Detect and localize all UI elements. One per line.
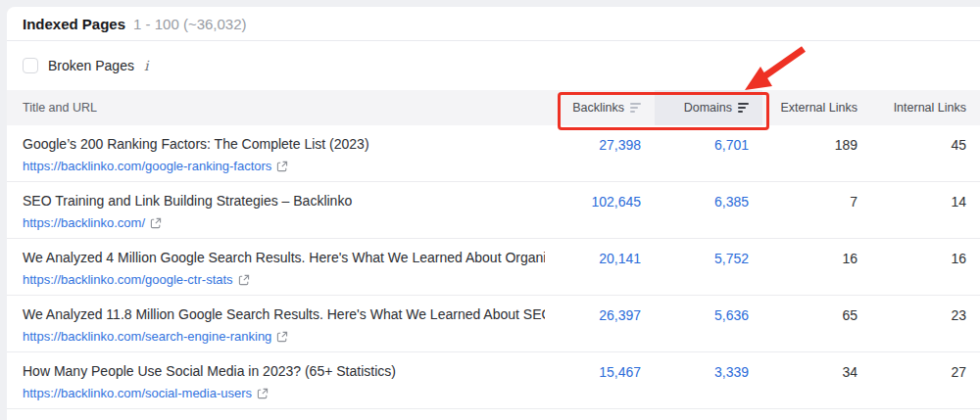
internal-links-value: 27 (871, 352, 980, 408)
table-row: We Analyzed 4 Million Google Search Resu… (7, 239, 980, 296)
broken-pages-label: Broken Pages (48, 58, 134, 73)
column-header-domains-label: Domains (684, 101, 732, 115)
table-row: Google’s 200 Ranking Factors: The Comple… (7, 125, 980, 182)
domains-value[interactable]: 6,385 (655, 182, 762, 238)
external-link-icon[interactable] (276, 331, 288, 343)
filter-controls: Broken Pages i (7, 41, 980, 90)
info-icon[interactable]: i (144, 58, 148, 73)
page-url-link[interactable]: https://backlinko.com/google-ranking-fac… (23, 159, 271, 173)
page-url-link[interactable]: https://backlinko.com/social-media-users (23, 386, 252, 400)
title-url-cell: Google’s 200 Ranking Factors: The Comple… (7, 125, 545, 181)
internal-links-value: 23 (871, 296, 980, 351)
external-link-icon[interactable] (276, 161, 288, 172)
page-url-link[interactable]: https://backlinko.com/ (23, 215, 145, 230)
page-row-title: Google’s 200 Ranking Factors: The Comple… (23, 136, 535, 152)
table-row: How Many People Use Social Media in 2023… (7, 352, 980, 409)
column-header-backlinks-label: Backlinks (572, 101, 624, 115)
backlinks-value[interactable]: 15,467 (545, 352, 655, 408)
domains-value[interactable]: 3,339 (655, 352, 762, 408)
column-header-internal-links[interactable]: Internal Links (871, 90, 980, 125)
page-title: Indexed Pages (23, 16, 125, 32)
title-url-cell: SEO Training and Link Building Strategie… (7, 182, 545, 238)
external-link-icon[interactable] (150, 217, 162, 229)
panel-title-bar: Indexed Pages 1 - 100 (~36,032) (7, 7, 980, 41)
page-url-link[interactable]: https://backlinko.com/google-ctr-stats (23, 272, 233, 287)
backlinks-value[interactable]: 20,141 (545, 239, 655, 295)
backlinks-value[interactable]: 102,645 (545, 182, 655, 238)
result-range: 1 - 100 (~36,032) (133, 16, 247, 32)
internal-links-value: 16 (871, 239, 980, 295)
table-row: We Analyzed 11.8 Million Google Search R… (7, 296, 980, 352)
external-links-value: 65 (762, 296, 871, 351)
external-link-icon[interactable] (238, 274, 250, 286)
backlinks-value[interactable]: 27,398 (545, 125, 655, 181)
external-link-icon[interactable] (257, 388, 269, 399)
sort-icon (630, 103, 641, 113)
page-url-link[interactable]: https://backlinko.com/search-engine-rank… (23, 329, 271, 344)
indexed-pages-panel: Indexed Pages 1 - 100 (~36,032) Broken P… (7, 7, 980, 420)
backlinks-value[interactable]: 26,397 (545, 296, 655, 351)
title-url-cell: We Analyzed 4 Million Google Search Resu… (7, 239, 545, 295)
external-links-value: 34 (762, 352, 871, 408)
external-links-value: 189 (762, 125, 871, 181)
title-url-cell: We Analyzed 11.8 Million Google Search R… (7, 296, 545, 351)
sort-active-icon (738, 103, 749, 113)
external-links-value: 16 (762, 239, 871, 295)
column-header-external-links[interactable]: External Links (762, 90, 871, 125)
internal-links-value: 14 (871, 182, 980, 238)
internal-links-value: 45 (871, 125, 980, 181)
domains-value[interactable]: 5,636 (655, 296, 762, 351)
title-url-cell: How Many People Use Social Media in 2023… (7, 352, 545, 408)
page-row-title: We Analyzed 11.8 Million Google Search R… (23, 306, 535, 322)
table-header-row: Title and URL Backlinks Domains External… (7, 90, 980, 125)
column-header-domains[interactable]: Domains (655, 90, 762, 125)
broken-pages-checkbox[interactable] (23, 58, 38, 73)
page-row-title: SEO Training and Link Building Strategie… (23, 193, 535, 209)
domains-value[interactable]: 6,701 (655, 125, 762, 181)
column-header-title-url: Title and URL (7, 90, 545, 125)
external-links-value: 7 (762, 182, 871, 238)
column-header-backlinks[interactable]: Backlinks (545, 90, 655, 125)
page-row-title: How Many People Use Social Media in 2023… (23, 363, 535, 379)
table-row: SEO Training and Link Building Strategie… (7, 182, 980, 239)
page-row-title: We Analyzed 4 Million Google Search Resu… (23, 250, 535, 265)
domains-value[interactable]: 5,752 (655, 239, 762, 295)
